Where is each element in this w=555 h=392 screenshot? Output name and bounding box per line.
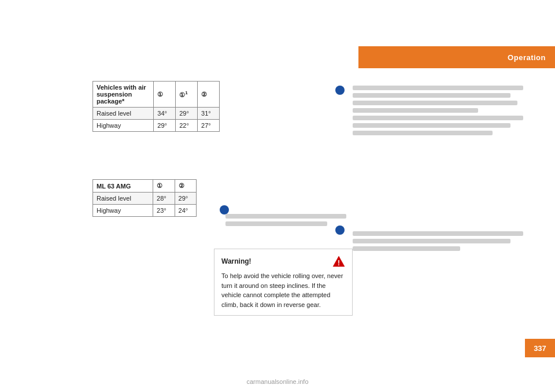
table1-col2-header: ①1	[176, 82, 198, 108]
table-air-suspension: Vehicles with airsuspensionpackage* ① ①1…	[92, 81, 220, 132]
table1-col0-header: Vehicles with airsuspensionpackage*	[93, 82, 154, 108]
content-block-right-mid	[353, 116, 532, 138]
table1-row2-col3: 27°	[198, 120, 220, 132]
table1-row1-col3: 31°	[198, 108, 220, 120]
table1-col1-header: ①	[154, 82, 176, 108]
text-line	[353, 86, 523, 90]
text-line	[353, 123, 510, 128]
content-block-mid	[225, 214, 353, 229]
ml63-table: ML 63 AMG ① ② Raised level 28° 29° Highw…	[92, 179, 197, 217]
table2-row2-label: Highway	[93, 205, 153, 217]
bullet-2	[220, 205, 229, 215]
table2-row2-col2: 24°	[175, 205, 196, 217]
table-row: Raised level 34° 29° 31°	[93, 108, 220, 120]
text-line	[353, 116, 523, 120]
table2-row1-col2: 29°	[175, 193, 196, 205]
bullet-1	[335, 86, 345, 95]
table2-row2-col1: 23°	[153, 205, 175, 217]
text-line	[353, 239, 510, 243]
page-number: 337	[534, 344, 546, 353]
warning-header: Warning! !	[221, 255, 345, 268]
table1-row2-label: Highway	[93, 120, 154, 132]
warning-triangle-icon: !	[332, 255, 345, 268]
header-title: Operation	[508, 53, 546, 62]
text-line	[225, 221, 327, 226]
air-suspension-table: Vehicles with airsuspensionpackage* ① ①1…	[92, 81, 220, 132]
table2-col1-header: ①	[153, 180, 175, 193]
table-ml63amg: ML 63 AMG ① ② Raised level 28° 29° Highw…	[92, 179, 197, 217]
table2-col0-header: ML 63 AMG	[93, 180, 153, 193]
warning-title: Warning!	[221, 257, 251, 265]
table1-row1-col1: 34°	[154, 108, 176, 120]
text-line	[353, 131, 493, 135]
table1-row2-col1: 29°	[154, 120, 176, 132]
table-row: Raised level 28° 29°	[93, 193, 197, 205]
table-row: Highway 23° 24°	[93, 205, 197, 217]
text-line	[353, 108, 478, 113]
svg-text:!: !	[338, 259, 340, 267]
text-line	[353, 231, 523, 236]
warning-text: To help avoid the vehicle rolling over, …	[221, 271, 345, 309]
page-number-badge: 337	[525, 339, 555, 357]
content-block-right-top	[353, 86, 532, 116]
table-row: Highway 29° 22° 27°	[93, 120, 220, 132]
warning-box: Warning! ! To help avoid the vehicle rol…	[214, 249, 353, 316]
text-line	[353, 246, 460, 251]
table1-col3-header: ②	[198, 82, 220, 108]
table1-row1-col2: 29°	[176, 108, 198, 120]
text-line	[353, 93, 510, 98]
table2-row1-label: Raised level	[93, 193, 153, 205]
footer-watermark: carmanualsonline.info	[0, 378, 555, 385]
header-bar: Operation	[358, 46, 555, 68]
text-line	[225, 214, 346, 219]
table1-row2-col2: 22°	[176, 120, 198, 132]
table2-col2-header: ②	[175, 180, 196, 193]
text-line	[353, 101, 517, 105]
table1-row1-label: Raised level	[93, 108, 154, 120]
content-block-right-bottom	[353, 231, 532, 254]
table2-row1-col1: 28°	[153, 193, 175, 205]
